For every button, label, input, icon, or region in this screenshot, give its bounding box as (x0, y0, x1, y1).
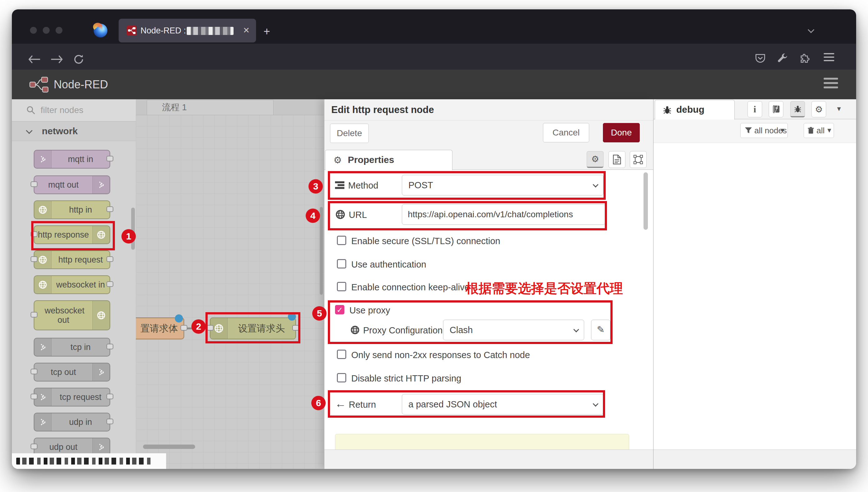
palette-search-input[interactable] (40, 103, 129, 117)
palette-node-tcp-request[interactable]: tcp request (34, 388, 110, 407)
palette-category-network[interactable]: network (12, 121, 136, 141)
reload-icon[interactable] (73, 54, 84, 65)
palette-node-tcp-out[interactable]: tcp out (34, 363, 110, 382)
node-port[interactable] (31, 312, 38, 318)
palette-node-tcp-in[interactable]: tcp in (34, 338, 110, 356)
wifi-icon (34, 338, 51, 356)
gear-icon: ⚙ (815, 104, 823, 115)
palette-node-udp-in[interactable]: udp in (34, 413, 110, 432)
firefox-icon (94, 24, 107, 38)
node-red-menu-icon[interactable] (824, 78, 838, 91)
palette-node-label: mqtt out (34, 180, 93, 190)
node-port[interactable] (31, 181, 38, 187)
node-port[interactable] (31, 394, 38, 399)
gear-icon: ⚙ (333, 154, 342, 166)
back-icon[interactable] (28, 55, 41, 64)
palette-node-label: udp out (34, 442, 93, 452)
dialog-scrollbar[interactable] (644, 172, 648, 230)
canvas-horizontal-scrollbar[interactable] (143, 445, 195, 449)
book-icon (772, 105, 780, 114)
forward-icon[interactable] (51, 55, 63, 64)
flow-canvas[interactable]: 流程 1 置请求体 设置请求头 (136, 99, 323, 469)
palette-node-label: websocket out (45, 306, 82, 325)
extensions-puzzle-icon[interactable] (800, 53, 811, 64)
debug-clear-button[interactable]: all ▾ (804, 123, 834, 138)
flow-tab[interactable]: 流程 1 (147, 100, 274, 115)
node-port[interactable] (106, 344, 113, 349)
window-close-button[interactable] (30, 27, 37, 34)
node-port[interactable] (106, 394, 113, 399)
debug-tab-button[interactable] (790, 101, 805, 117)
palette-node-websocket-out[interactable]: websocket out (34, 300, 110, 330)
browser-menu-icon[interactable] (824, 53, 834, 61)
watermark-bar (12, 453, 166, 469)
canvas-grid[interactable] (136, 115, 323, 469)
delete-button[interactable]: Delete (330, 124, 369, 143)
node-port[interactable] (106, 419, 113, 424)
done-button[interactable]: Done (603, 123, 640, 142)
palette-node-label: tcp in (51, 342, 109, 352)
palette-node-label: http in (51, 205, 109, 215)
pocket-icon[interactable] (755, 53, 766, 64)
wifi-icon (34, 413, 51, 431)
palette-node-label: udp in (51, 417, 109, 427)
node-red-header: Node-RED Deploy ▾ (12, 70, 856, 99)
strict-http-checkbox[interactable] (337, 373, 346, 383)
ssl-checkbox[interactable] (337, 236, 346, 245)
annotation-box-return (328, 390, 605, 418)
tab-close-icon[interactable]: ✕ (243, 26, 250, 35)
tab-debug[interactable]: debug (655, 100, 735, 120)
debug-sidebar: debug i ⚙ ▾ all nodes ▾ all ▾ (653, 99, 856, 469)
node-red-brand: Node-RED (54, 70, 108, 99)
node-port[interactable] (31, 256, 38, 262)
palette-node-mqtt-out[interactable]: mqtt out (34, 175, 110, 194)
list-tabs-chevron-icon[interactable] (808, 27, 814, 33)
tip-box: Tip: If the JSON parse fails the fetched… (335, 434, 629, 449)
annotation-step-4: 4 (306, 208, 320, 223)
bug-icon (794, 105, 802, 113)
wrench-icon[interactable] (777, 53, 788, 64)
info-icon: i (753, 104, 756, 115)
node-port[interactable] (31, 369, 38, 374)
window-zoom-button[interactable] (55, 27, 63, 34)
window-minimize-button[interactable] (43, 27, 50, 34)
palette-node-websocket-in[interactable]: websocket in (34, 275, 110, 294)
node-port[interactable] (106, 206, 113, 212)
debug-filter-button[interactable]: all nodes ▾ (740, 123, 788, 138)
node-port[interactable] (31, 444, 38, 449)
node-description-button[interactable] (609, 151, 625, 168)
tab-title: Node-RED : (141, 19, 186, 43)
palette-node-http-in[interactable]: http in (34, 200, 110, 219)
palette-scrollbar[interactable] (131, 207, 135, 250)
palette-search[interactable] (12, 99, 136, 121)
node-settings-gear-button[interactable]: ⚙ (587, 151, 603, 168)
tab-properties[interactable]: ⚙ Properties (325, 150, 452, 170)
browser-tab[interactable]: Node-RED : ✕ (119, 19, 256, 43)
non2xx-checkbox[interactable] (337, 350, 346, 359)
node-port[interactable] (180, 325, 187, 330)
node-port[interactable] (106, 281, 113, 287)
trash-icon (808, 127, 814, 134)
config-tab-button[interactable]: ⚙ (812, 101, 826, 117)
node-appearance-button[interactable] (630, 151, 647, 168)
node-port[interactable] (106, 256, 113, 262)
funnel-icon (745, 127, 752, 134)
appearance-icon (634, 155, 643, 164)
new-tab-button[interactable]: + (264, 25, 270, 38)
help-tab-button[interactable] (769, 101, 784, 117)
caret-down-icon: ▾ (827, 126, 831, 134)
node-port[interactable] (106, 156, 113, 162)
palette-node-http-request[interactable]: http request (34, 250, 110, 269)
keepalive-checkbox[interactable] (337, 282, 346, 291)
palette-node-mqtt-in[interactable]: mqtt in (34, 150, 110, 169)
dialog-header: Edit http request node (324, 99, 653, 121)
info-tab-button[interactable]: i (747, 101, 762, 117)
cancel-button[interactable]: Cancel (543, 123, 589, 142)
annotation-step-5: 5 (312, 306, 327, 321)
debug-filter-row: all nodes ▾ all ▾ (653, 119, 856, 143)
auth-checkbox[interactable] (337, 259, 346, 269)
unsaved-changes-dot (175, 314, 183, 322)
sidebar-tabs-caret-icon[interactable]: ▾ (837, 104, 841, 113)
canvas-vertical-scrollbar[interactable] (320, 207, 323, 295)
wifi-icon (93, 176, 109, 194)
